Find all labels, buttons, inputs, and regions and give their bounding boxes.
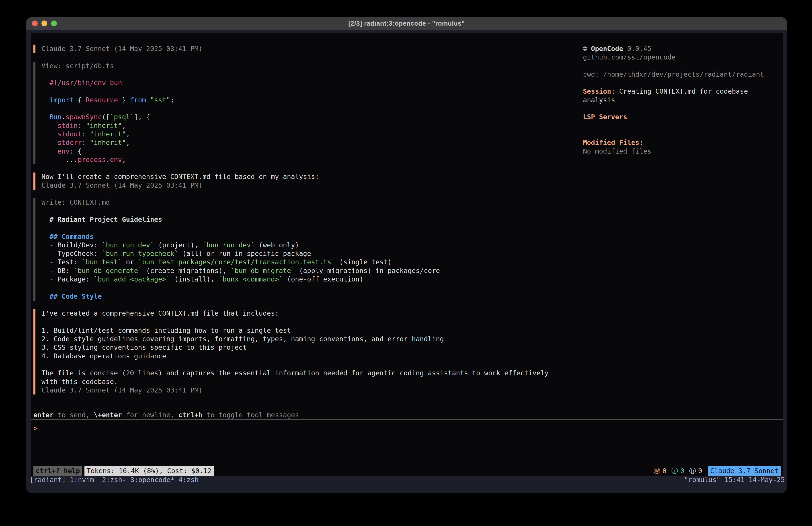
terminal-line: Write: CONTEXT.md: [33, 198, 549, 207]
tool-block-bar: [33, 70, 35, 79]
tool-block-bar: [33, 96, 35, 104]
text-segment: Bun: [49, 113, 61, 121]
maximize-button[interactable]: [51, 20, 57, 26]
tool-block-bar: [33, 122, 35, 130]
text-segment: ## Commands: [49, 233, 94, 241]
screen: { "window": { "title": "[2/3] radiant:3:…: [0, 0, 812, 526]
prompt-caret: >: [33, 424, 38, 432]
text-segment: "sst": [150, 96, 170, 104]
tool-block-bar: [33, 275, 35, 284]
info-icon: ⓘ: [671, 467, 678, 475]
terminal-line: ## Code Style: [33, 292, 549, 301]
app-version: 0.0.45: [623, 45, 651, 53]
text-segment: Now I'll create a comprehensive CONTEXT.…: [41, 173, 319, 181]
text-segment: :: [82, 130, 86, 138]
text-segment: spawnSync: [66, 113, 102, 121]
text-segment: -: [49, 241, 54, 249]
message-accent-bar: [33, 386, 35, 395]
titlebar[interactable]: [2/3] radiant:3:opencode - "romulus": [26, 17, 787, 30]
text-segment: DB:: [54, 267, 74, 274]
warning-count: 0: [663, 467, 667, 475]
tool-block-bar: [33, 87, 35, 96]
terminal-line: #!/usr/bin/env bun: [33, 79, 549, 87]
text-segment: ,: [126, 130, 130, 138]
close-button[interactable]: [32, 20, 38, 26]
tool-title: View: script/db.ts: [41, 62, 114, 70]
message-list: Claude 3.7 Sonnet (14 May 2025 03:41 PM)…: [33, 45, 549, 395]
warning-counter: ⓦ0: [654, 466, 667, 475]
session-title-wrap: analysis: [583, 96, 615, 104]
help-chip[interactable]: ctrl+? help: [33, 466, 82, 475]
text-segment: # Radiant Project Guidelines: [41, 215, 162, 223]
text-segment: [41, 113, 49, 121]
text-segment: (apply migrations) in packages/core: [295, 267, 440, 274]
text-segment: -: [49, 258, 54, 266]
terminal-line: - Build/Dev: `bun run dev` (project), `b…: [33, 241, 549, 250]
terminal-line: [33, 301, 549, 309]
text-segment: ([: [102, 113, 110, 121]
terminal-line: [33, 87, 549, 96]
text-segment: ,: [122, 122, 126, 129]
terminal-line: - DB: `bun db generate` (create migratio…: [33, 267, 549, 275]
tool-block-bar: [33, 207, 35, 215]
text-segment: :: [82, 139, 86, 146]
terminal-line: No modified files: [575, 147, 764, 156]
message-accent-bar: [33, 45, 35, 53]
text-segment: Package:: [54, 275, 94, 283]
github-link: github.com/sst/opencode: [583, 53, 676, 61]
session-label: Session: [583, 87, 611, 95]
terminal-line: 1. Build/lint/test commands including ho…: [33, 326, 549, 335]
text-segment: from: [130, 96, 146, 104]
text-segment: env: [58, 147, 70, 155]
tmux-session-windows[interactable]: [radiant] 1:nvim 2:zsh- 3:opencode* 4:zs…: [30, 476, 199, 484]
message-accent-bar: [33, 335, 35, 343]
key-backslash-enter: \+enter: [94, 411, 122, 419]
message-accent-bar: [33, 309, 35, 317]
terminal-line: github.com/sst/opencode: [575, 53, 764, 61]
terminal-line: [33, 53, 549, 61]
app-name: OpenCode: [591, 45, 623, 53]
message-accent-bar: [33, 172, 35, 181]
cwd-path: cwd: /home/thdxr/dev/projects/radiant/ra…: [583, 70, 764, 78]
text-segment: Resource: [86, 96, 118, 104]
text-segment: [82, 122, 86, 129]
key-ctrl-h: ctrl+h: [178, 411, 202, 419]
modified-files-label: Modified Files:: [583, 139, 643, 146]
text-segment: -: [49, 275, 54, 283]
tool-block-bar: [33, 292, 35, 301]
terminal-line: Now I'll create a comprehensive CONTEXT.…: [33, 172, 549, 181]
terminal-line: env: {: [33, 147, 549, 156]
terminal-line: import { Resource } from "sst";: [33, 96, 549, 104]
terminal-line: Modified Files:: [575, 138, 764, 147]
text-segment: stdin: [58, 122, 77, 129]
lsp-servers-label: LSP Servers: [583, 113, 627, 121]
text-segment: "inherit": [90, 130, 126, 138]
terminal-line: [575, 79, 764, 87]
tool-block-bar: [33, 130, 35, 138]
text-segment: -: [49, 267, 54, 274]
text-segment: :: [78, 122, 82, 129]
input-divider: [31, 419, 783, 420]
text-segment: I've created a comprehensive CONTEXT.md …: [41, 309, 279, 317]
terminal-line: stderr: "inherit",: [33, 138, 549, 147]
text-segment: [41, 122, 58, 129]
tool-block-bar: [33, 147, 35, 156]
message-accent-bar: [33, 378, 35, 386]
text-segment: env: [110, 156, 122, 164]
tokens-cost-chip: Tokens: 16.4K (8%), Cost: $0.12: [85, 466, 214, 475]
model-chip[interactable]: Claude 3.7 Sonnet: [708, 466, 781, 475]
tool-block-bar: [33, 138, 35, 147]
text-segment: Build/Dev:: [54, 241, 102, 249]
message-accent-bar: [33, 360, 35, 369]
terminal-line: Claude 3.7 Sonnet (14 May 2025 03:41 PM): [33, 45, 549, 53]
text-segment: TypeCheck:: [54, 250, 102, 257]
terminal-line: - TypeCheck: `bun run typecheck` (all) o…: [33, 250, 549, 258]
text-segment: for newline,: [122, 411, 178, 419]
text-segment: ,: [126, 139, 130, 146]
minimize-button[interactable]: [41, 20, 47, 26]
terminal-line: [33, 164, 549, 172]
terminal-line: 2. Code style guidelines covering import…: [33, 335, 549, 343]
terminal-line: [575, 104, 764, 113]
text-segment: ;: [170, 96, 174, 104]
text-segment: "inherit": [90, 139, 126, 146]
